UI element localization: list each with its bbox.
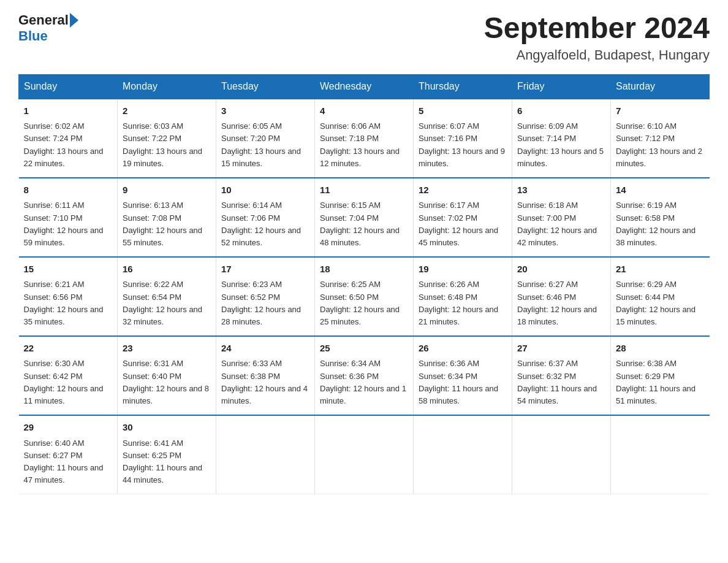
logo: General Blue — [18, 12, 80, 44]
day-number: 9 — [123, 183, 211, 197]
month-title: September 2024 — [484, 12, 710, 45]
day-info: Sunrise: 6:22 AMSunset: 6:54 PMDaylight:… — [123, 278, 211, 328]
day-info: Sunrise: 6:21 AMSunset: 6:56 PMDaylight:… — [24, 278, 113, 328]
day-of-week-header: Sunday — [19, 74, 118, 99]
day-info: Sunrise: 6:02 AMSunset: 7:24 PMDaylight:… — [24, 120, 113, 170]
day-info: Sunrise: 6:30 AMSunset: 6:42 PMDaylight:… — [24, 358, 113, 407]
day-number: 1 — [24, 104, 113, 118]
day-number: 14 — [616, 183, 705, 197]
calendar-day-cell: 7Sunrise: 6:10 AMSunset: 7:12 PMDaylight… — [611, 99, 710, 178]
calendar-day-cell: 1Sunrise: 6:02 AMSunset: 7:24 PMDaylight… — [19, 99, 118, 178]
calendar-week-row: 29Sunrise: 6:40 AMSunset: 6:27 PMDayligh… — [19, 415, 710, 494]
day-number: 23 — [123, 342, 211, 356]
calendar-day-cell: 22Sunrise: 6:30 AMSunset: 6:42 PMDayligh… — [19, 336, 118, 415]
day-info: Sunrise: 6:27 AMSunset: 6:46 PMDaylight:… — [517, 278, 605, 328]
day-number: 4 — [320, 104, 408, 118]
calendar-day-cell — [512, 415, 611, 494]
day-info: Sunrise: 6:41 AMSunset: 6:25 PMDaylight:… — [123, 437, 211, 487]
calendar-week-row: 8Sunrise: 6:11 AMSunset: 7:10 PMDaylight… — [19, 178, 710, 257]
day-info: Sunrise: 6:38 AMSunset: 6:29 PMDaylight:… — [616, 358, 705, 407]
logo-arrow-icon — [70, 13, 78, 28]
day-number: 8 — [24, 183, 113, 197]
calendar-day-cell: 29Sunrise: 6:40 AMSunset: 6:27 PMDayligh… — [19, 415, 118, 494]
day-number: 18 — [320, 262, 408, 277]
day-info: Sunrise: 6:31 AMSunset: 6:40 PMDaylight:… — [123, 358, 211, 407]
day-number: 6 — [517, 104, 605, 118]
day-number: 26 — [419, 342, 507, 356]
day-of-week-header: Thursday — [414, 74, 512, 99]
day-number: 22 — [24, 342, 113, 356]
day-number: 2 — [123, 104, 211, 118]
day-number: 12 — [419, 183, 507, 197]
day-info: Sunrise: 6:14 AMSunset: 7:06 PMDaylight:… — [221, 199, 309, 249]
calendar-day-cell: 24Sunrise: 6:33 AMSunset: 6:38 PMDayligh… — [216, 336, 315, 415]
calendar-day-cell: 16Sunrise: 6:22 AMSunset: 6:54 PMDayligh… — [118, 257, 216, 336]
day-info: Sunrise: 6:37 AMSunset: 6:32 PMDaylight:… — [517, 358, 605, 407]
calendar-day-cell: 3Sunrise: 6:05 AMSunset: 7:20 PMDaylight… — [216, 99, 315, 178]
calendar-week-row: 22Sunrise: 6:30 AMSunset: 6:42 PMDayligh… — [19, 336, 710, 415]
day-info: Sunrise: 6:09 AMSunset: 7:14 PMDaylight:… — [517, 120, 605, 170]
day-number: 30 — [123, 421, 211, 435]
day-info: Sunrise: 6:33 AMSunset: 6:38 PMDaylight:… — [221, 358, 309, 407]
location-title: Angyalfoeld, Budapest, Hungary — [484, 47, 710, 63]
calendar-header-row: SundayMondayTuesdayWednesdayThursdayFrid… — [19, 74, 710, 99]
day-info: Sunrise: 6:06 AMSunset: 7:18 PMDaylight:… — [320, 120, 408, 170]
calendar-day-cell — [611, 415, 710, 494]
day-number: 21 — [616, 262, 705, 277]
day-number: 10 — [221, 183, 309, 197]
day-number: 28 — [616, 342, 705, 356]
page-header: General Blue September 2024 Angyalfoeld,… — [18, 12, 710, 63]
day-number: 24 — [221, 342, 309, 356]
calendar-week-row: 15Sunrise: 6:21 AMSunset: 6:56 PMDayligh… — [19, 257, 710, 336]
calendar-day-cell: 27Sunrise: 6:37 AMSunset: 6:32 PMDayligh… — [512, 336, 611, 415]
day-number: 29 — [24, 421, 113, 435]
day-info: Sunrise: 6:34 AMSunset: 6:36 PMDaylight:… — [320, 358, 408, 407]
calendar-week-row: 1Sunrise: 6:02 AMSunset: 7:24 PMDaylight… — [19, 99, 710, 178]
calendar-day-cell — [414, 415, 512, 494]
calendar-day-cell: 23Sunrise: 6:31 AMSunset: 6:40 PMDayligh… — [118, 336, 216, 415]
day-of-week-header: Monday — [118, 74, 216, 99]
calendar-day-cell: 6Sunrise: 6:09 AMSunset: 7:14 PMDaylight… — [512, 99, 611, 178]
day-info: Sunrise: 6:19 AMSunset: 6:58 PMDaylight:… — [616, 199, 705, 249]
day-number: 5 — [419, 104, 507, 118]
day-info: Sunrise: 6:13 AMSunset: 7:08 PMDaylight:… — [123, 199, 211, 249]
logo-general-text: General — [18, 12, 69, 28]
calendar-day-cell: 9Sunrise: 6:13 AMSunset: 7:08 PMDaylight… — [118, 178, 216, 257]
calendar-day-cell: 5Sunrise: 6:07 AMSunset: 7:16 PMDaylight… — [414, 99, 512, 178]
day-info: Sunrise: 6:18 AMSunset: 7:00 PMDaylight:… — [517, 199, 605, 249]
calendar-day-cell: 18Sunrise: 6:25 AMSunset: 6:50 PMDayligh… — [315, 257, 414, 336]
day-info: Sunrise: 6:26 AMSunset: 6:48 PMDaylight:… — [419, 278, 507, 328]
day-info: Sunrise: 6:11 AMSunset: 7:10 PMDaylight:… — [24, 199, 113, 249]
calendar-day-cell: 30Sunrise: 6:41 AMSunset: 6:25 PMDayligh… — [118, 415, 216, 494]
calendar-day-cell: 10Sunrise: 6:14 AMSunset: 7:06 PMDayligh… — [216, 178, 315, 257]
calendar-day-cell: 2Sunrise: 6:03 AMSunset: 7:22 PMDaylight… — [118, 99, 216, 178]
day-of-week-header: Friday — [512, 74, 611, 99]
calendar-day-cell: 8Sunrise: 6:11 AMSunset: 7:10 PMDaylight… — [19, 178, 118, 257]
day-number: 20 — [517, 262, 605, 277]
day-info: Sunrise: 6:25 AMSunset: 6:50 PMDaylight:… — [320, 278, 408, 328]
day-of-week-header: Saturday — [611, 74, 710, 99]
day-number: 27 — [517, 342, 605, 356]
logo-blue-text: Blue — [18, 28, 48, 44]
calendar-day-cell: 14Sunrise: 6:19 AMSunset: 6:58 PMDayligh… — [611, 178, 710, 257]
calendar-day-cell: 17Sunrise: 6:23 AMSunset: 6:52 PMDayligh… — [216, 257, 315, 336]
day-number: 19 — [419, 262, 507, 277]
calendar-day-cell: 20Sunrise: 6:27 AMSunset: 6:46 PMDayligh… — [512, 257, 611, 336]
day-number: 17 — [221, 262, 309, 277]
calendar-day-cell: 28Sunrise: 6:38 AMSunset: 6:29 PMDayligh… — [611, 336, 710, 415]
day-info: Sunrise: 6:17 AMSunset: 7:02 PMDaylight:… — [419, 199, 507, 249]
calendar-table: SundayMondayTuesdayWednesdayThursdayFrid… — [18, 74, 710, 494]
day-number: 3 — [221, 104, 309, 118]
calendar-day-cell: 13Sunrise: 6:18 AMSunset: 7:00 PMDayligh… — [512, 178, 611, 257]
calendar-day-cell — [216, 415, 315, 494]
day-info: Sunrise: 6:07 AMSunset: 7:16 PMDaylight:… — [419, 120, 507, 170]
calendar-day-cell: 26Sunrise: 6:36 AMSunset: 6:34 PMDayligh… — [414, 336, 512, 415]
calendar-day-cell: 15Sunrise: 6:21 AMSunset: 6:56 PMDayligh… — [19, 257, 118, 336]
day-info: Sunrise: 6:36 AMSunset: 6:34 PMDaylight:… — [419, 358, 507, 407]
title-block: September 2024 Angyalfoeld, Budapest, Hu… — [484, 12, 710, 63]
calendar-day-cell — [315, 415, 414, 494]
calendar-day-cell: 25Sunrise: 6:34 AMSunset: 6:36 PMDayligh… — [315, 336, 414, 415]
day-number: 25 — [320, 342, 408, 356]
day-info: Sunrise: 6:03 AMSunset: 7:22 PMDaylight:… — [123, 120, 211, 170]
calendar-day-cell: 4Sunrise: 6:06 AMSunset: 7:18 PMDaylight… — [315, 99, 414, 178]
